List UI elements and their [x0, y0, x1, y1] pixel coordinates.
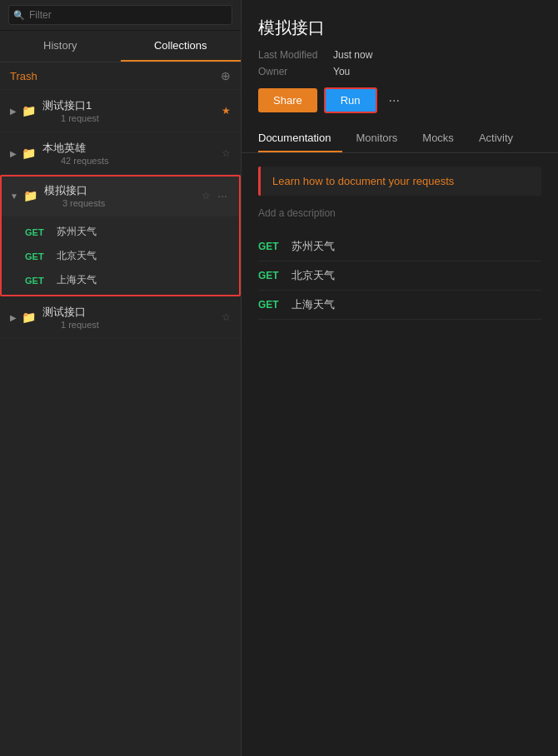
request-item-3-2[interactable]: GET 北京天气	[0, 244, 241, 268]
expand-arrow-3: ▼	[10, 191, 18, 201]
more-button[interactable]: ···	[384, 90, 405, 112]
trash-label[interactable]: Trash	[10, 70, 37, 82]
learn-link[interactable]: Learn how to document your requests	[272, 175, 454, 187]
method-badge-3-1: GET	[25, 227, 50, 237]
expand-arrow-4: ▶	[10, 313, 17, 322]
detail-method-2: GET	[258, 270, 291, 281]
collections-list: ▶ 📁 测试接口1 1 request ★ ▶ 📁 本地英雄 42 reques…	[0, 90, 241, 756]
expand-arrow-1: ▶	[10, 107, 17, 116]
page-title: 模拟接口	[258, 17, 541, 39]
detail-method-3: GET	[258, 299, 291, 311]
request-item-3-3[interactable]: GET 上海天气	[0, 268, 241, 292]
tab-documentation[interactable]: Documentation	[258, 125, 342, 152]
collection-sub-2: 42 requests	[61, 156, 217, 166]
request-name-3-1: 苏州天气	[57, 225, 97, 239]
folder-icon-4: 📁	[22, 311, 36, 324]
tab-activity[interactable]: Activity	[479, 125, 525, 152]
owner-value: You	[333, 66, 350, 77]
star-icon-3[interactable]: ☆	[202, 190, 211, 201]
folder-icon-2: 📁	[22, 147, 36, 160]
collection-item-2: ▶ 📁 本地英雄 42 requests ☆	[0, 132, 241, 175]
collection-item-1: ▶ 📁 测试接口1 1 request ★	[0, 90, 241, 132]
run-button[interactable]: Run	[324, 87, 377, 113]
right-tabs: Documentation Monitors Mocks Activity	[242, 125, 558, 153]
method-badge-3-2: GET	[25, 251, 50, 261]
owner-label: Owner	[258, 66, 333, 77]
folder-icon-3: 📁	[23, 189, 37, 202]
left-tabs: History Collections	[0, 31, 241, 62]
collection-name-2: 本地英雄	[42, 141, 217, 156]
add-description[interactable]: Add a description	[258, 207, 541, 219]
detail-name-1: 苏州天气	[291, 239, 335, 254]
meta-owner: Owner You	[258, 66, 541, 77]
collection-item-4: ▶ 📁 测试接口 1 request ☆	[0, 296, 241, 339]
detail-request-1[interactable]: GET 苏州天气	[258, 232, 541, 261]
star-icon-1[interactable]: ★	[222, 105, 231, 117]
search-wrap: 🔍	[8, 5, 232, 25]
right-header: 模拟接口 Last Modified Just now Owner You Sh…	[242, 0, 558, 113]
trash-bar: Trash ⊕	[0, 62, 241, 90]
expand-arrow-2: ▶	[10, 149, 17, 158]
collection-sub-1: 1 request	[61, 113, 217, 123]
search-bar: 🔍	[0, 0, 241, 31]
collection-header-1[interactable]: ▶ 📁 测试接口1 1 request ★	[0, 90, 241, 132]
collection-item-3: ▼ 📁 模拟接口 3 requests ☆ ··· GET 苏州天气 GET 北…	[0, 175, 241, 296]
new-collection-icon[interactable]: ⊕	[221, 69, 231, 82]
share-button[interactable]: Share	[258, 88, 317, 112]
tab-monitors[interactable]: Monitors	[356, 125, 409, 152]
action-row: Share Run ···	[258, 87, 541, 113]
tab-collections[interactable]: Collections	[121, 31, 242, 62]
star-icon-2[interactable]: ☆	[222, 147, 231, 159]
detail-method-1: GET	[258, 241, 291, 252]
folder-icon-1: 📁	[22, 104, 36, 117]
right-panel: 模拟接口 Last Modified Just now Owner You Sh…	[242, 0, 558, 756]
detail-request-2[interactable]: GET 北京天气	[258, 261, 541, 291]
meta-last-modified: Last Modified Just now	[258, 49, 541, 61]
collection-header-4[interactable]: ▶ 📁 测试接口 1 request ☆	[0, 296, 241, 338]
left-panel: 🔍 History Collections Trash ⊕ ▶ 📁 测试接口1 …	[0, 0, 242, 756]
collection-name-3: 模拟接口	[44, 183, 197, 198]
collection-name-1: 测试接口1	[42, 98, 217, 113]
learn-box: Learn how to document your requests	[258, 167, 541, 196]
collection-name-4: 测试接口	[42, 305, 217, 320]
star-icon-4[interactable]: ☆	[222, 311, 231, 323]
tab-mocks[interactable]: Mocks	[422, 125, 466, 152]
right-content: Learn how to document your requests Add …	[242, 153, 558, 756]
detail-name-2: 北京天气	[291, 268, 335, 283]
request-name-3-3: 上海天气	[57, 273, 97, 287]
request-name-3-2: 北京天气	[57, 249, 97, 263]
detail-request-3[interactable]: GET 上海天气	[258, 291, 541, 320]
detail-name-3: 上海天气	[291, 297, 335, 312]
collection-header-3[interactable]: ▼ 📁 模拟接口 3 requests ☆ ···	[0, 175, 241, 216]
last-modified-value: Just now	[333, 49, 372, 61]
method-badge-3-3: GET	[25, 276, 50, 286]
collection-sub-3: 3 requests	[62, 198, 197, 208]
collection-more-3[interactable]: ···	[214, 187, 231, 204]
collection-header-2[interactable]: ▶ 📁 本地英雄 42 requests ☆	[0, 132, 241, 174]
search-icon: 🔍	[13, 10, 25, 21]
tab-history[interactable]: History	[0, 31, 121, 62]
request-item-3-1[interactable]: GET 苏州天气	[0, 220, 241, 244]
search-input[interactable]	[8, 5, 232, 25]
request-list-3: GET 苏州天气 GET 北京天气 GET 上海天气	[0, 216, 241, 296]
last-modified-label: Last Modified	[258, 49, 333, 61]
collection-sub-4: 1 request	[61, 320, 217, 330]
